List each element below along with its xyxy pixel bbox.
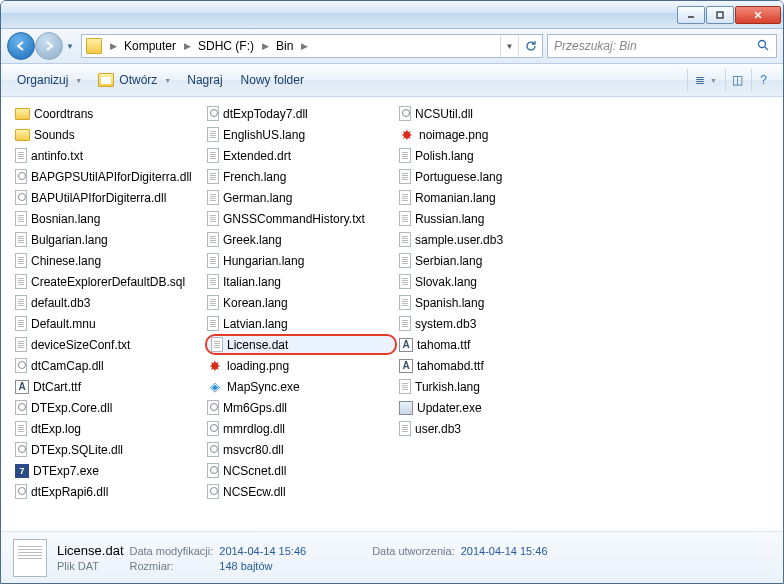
file-item[interactable]: ✸noimage.png [397,124,589,145]
file-item[interactable]: Korean.lang [205,292,397,313]
file-item[interactable]: BAPUtilAPIforDigiterra.dll [13,187,205,208]
file-item[interactable]: BAPGPSUtilAPIforDigiterra.dll [13,166,205,187]
file-item[interactable]: dtCamCap.dll [13,355,205,376]
file-item[interactable]: DTExp.SQLite.dll [13,439,205,460]
file-icon [207,148,219,163]
font-icon [399,338,413,352]
breadcrumb-segment[interactable]: Bin [272,39,297,53]
organize-button[interactable]: Organizuj [9,73,76,87]
back-button[interactable] [7,32,35,60]
file-item[interactable]: DtCart.ttf [13,376,205,397]
file-item[interactable]: deviceSizeConf.txt [13,334,205,355]
file-item[interactable]: Chinese.lang [13,250,205,271]
file-item[interactable]: Romanian.lang [397,187,589,208]
file-item[interactable]: dtExpRapi6.dll [13,481,205,502]
file-item[interactable]: NCSEcw.dll [205,481,397,502]
file-item[interactable]: License.dat [205,334,397,355]
minimize-button[interactable] [677,6,705,24]
file-item[interactable]: NCScnet.dll [205,460,397,481]
file-label: DTExp7.exe [33,464,99,478]
file-item[interactable]: antinfo.txt [13,145,205,166]
file-list[interactable]: CoordtransSoundsantinfo.txtBAPGPSUtilAPI… [1,97,783,531]
new-folder-button[interactable]: Nowy folder [233,73,312,87]
file-item[interactable]: Russian.lang [397,208,589,229]
help-button[interactable]: ? [751,69,775,91]
file-label: DTExp.SQLite.dll [31,443,123,457]
file-item[interactable]: Italian.lang [205,271,397,292]
file-item[interactable]: Updater.exe [397,397,589,418]
file-item[interactable]: Greek.lang [205,229,397,250]
chevron-right-icon[interactable]: ▶ [106,41,120,51]
file-label: loading.png [227,359,289,373]
svg-rect-1 [717,12,723,18]
file-label: dtCamCap.dll [31,359,104,373]
address-dropdown[interactable]: ▼ [500,35,518,57]
dll-icon [207,106,219,121]
file-item[interactable]: default.db3 [13,292,205,313]
file-item[interactable]: sample.user.db3 [397,229,589,250]
file-item[interactable]: user.db3 [397,418,589,439]
chevron-right-icon[interactable]: ▶ [180,41,194,51]
file-item[interactable]: German.lang [205,187,397,208]
file-item[interactable]: GNSSCommandHistory.txt [205,208,397,229]
file-item[interactable]: DTExp.Core.dll [13,397,205,418]
search-icon[interactable] [756,38,770,55]
forward-button[interactable] [35,32,63,60]
file-item[interactable]: Serbian.lang [397,250,589,271]
file-label: EnglishUS.lang [223,128,305,142]
dll-icon [207,484,219,499]
file-icon [207,232,219,247]
file-item[interactable]: Bulgarian.lang [13,229,205,250]
view-options-button[interactable]: ≣ [687,69,711,91]
file-label: noimage.png [419,128,488,142]
file-item[interactable]: Turkish.lang [397,376,589,397]
file-item[interactable]: Latvian.lang [205,313,397,334]
details-mod-label: Data modyfikacji: [130,545,214,557]
file-item[interactable]: ✸loading.png [205,355,397,376]
file-item[interactable]: Bosnian.lang [13,208,205,229]
breadcrumb-segment[interactable]: Komputer [120,39,180,53]
file-label: CreateExplorerDefaultDB.sql [31,275,185,289]
address-bar[interactable]: ▶ Komputer ▶ SDHC (F:) ▶ Bin ▶ ▼ [81,34,543,58]
close-button[interactable] [735,6,781,24]
nav-history-dropdown[interactable]: ▼ [63,32,77,60]
file-item[interactable]: NCSUtil.dll [397,103,589,124]
file-item[interactable]: Mm6Gps.dll [205,397,397,418]
file-label: dtExp.log [31,422,81,436]
file-item[interactable]: msvcr80.dll [205,439,397,460]
file-label: NCSEcw.dll [223,485,286,499]
file-item[interactable]: Sounds [13,124,205,145]
file-item[interactable]: Extended.drt [205,145,397,166]
open-button[interactable]: Otwórz [90,73,165,87]
file-label: Greek.lang [223,233,282,247]
file-item[interactable]: tahoma.ttf [397,334,589,355]
file-item[interactable]: Polish.lang [397,145,589,166]
search-input[interactable]: Przeszukaj: Bin [547,34,777,58]
file-item[interactable]: system.db3 [397,313,589,334]
file-item[interactable]: French.lang [205,166,397,187]
file-item[interactable]: EnglishUS.lang [205,124,397,145]
maximize-button[interactable] [706,6,734,24]
file-label: Slovak.lang [415,275,477,289]
file-item[interactable]: tahomabd.ttf [397,355,589,376]
file-item[interactable]: dtExp.log [13,418,205,439]
chevron-right-icon[interactable]: ▶ [297,41,311,51]
file-item[interactable]: CreateExplorerDefaultDB.sql [13,271,205,292]
file-item[interactable]: 7DTExp7.exe [13,460,205,481]
file-item[interactable]: Portuguese.lang [397,166,589,187]
file-label: Latvian.lang [223,317,288,331]
file-item[interactable]: Default.mnu [13,313,205,334]
file-item[interactable]: mmrdlog.dll [205,418,397,439]
file-item[interactable]: ◈MapSync.exe [205,376,397,397]
preview-pane-button[interactable]: ◫ [725,69,749,91]
burn-button[interactable]: Nagraj [179,73,230,87]
file-item[interactable]: Spanish.lang [397,292,589,313]
titlebar [1,1,783,29]
file-item[interactable]: Slovak.lang [397,271,589,292]
file-item[interactable]: Hungarian.lang [205,250,397,271]
file-item[interactable]: Coordtrans [13,103,205,124]
refresh-button[interactable] [518,35,542,57]
breadcrumb-segment[interactable]: SDHC (F:) [194,39,258,53]
chevron-right-icon[interactable]: ▶ [258,41,272,51]
file-item[interactable]: dtExpToday7.dll [205,103,397,124]
